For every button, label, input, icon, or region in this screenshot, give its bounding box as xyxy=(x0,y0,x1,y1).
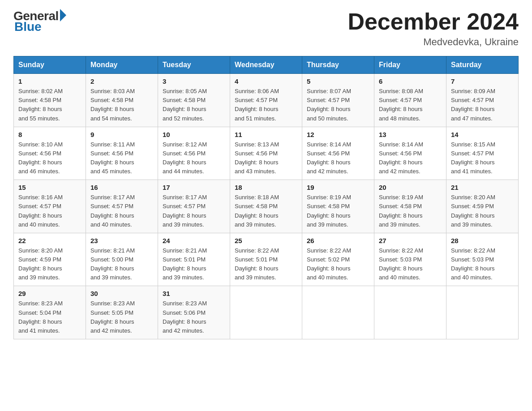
calendar-cell: 19 Sunrise: 8:19 AMSunset: 4:58 PMDaylig… xyxy=(302,180,374,233)
calendar-cell: 31 Sunrise: 8:23 AMSunset: 5:06 PMDaylig… xyxy=(158,286,230,339)
day-number: 21 xyxy=(451,184,514,191)
calendar-cell: 13 Sunrise: 8:14 AMSunset: 4:56 PMDaylig… xyxy=(374,127,446,180)
logo: General Blue xyxy=(13,9,66,34)
day-number: 27 xyxy=(379,237,442,244)
calendar-cell: 17 Sunrise: 8:17 AMSunset: 4:57 PMDaylig… xyxy=(158,180,230,233)
calendar-cell: 29 Sunrise: 8:23 AMSunset: 5:04 PMDaylig… xyxy=(14,286,86,339)
day-info: Sunrise: 8:17 AMSunset: 4:57 PMDaylight:… xyxy=(90,194,135,227)
calendar-cell: 5 Sunrise: 8:07 AMSunset: 4:57 PMDayligh… xyxy=(302,74,374,127)
day-info: Sunrise: 8:22 AMSunset: 5:03 PMDaylight:… xyxy=(379,247,423,281)
page-header: General Blue December 2024 Medvedevka, U… xyxy=(13,9,519,48)
day-number: 30 xyxy=(90,290,153,297)
day-info: Sunrise: 8:23 AMSunset: 5:05 PMDaylight:… xyxy=(90,300,135,334)
day-info: Sunrise: 8:09 AMSunset: 4:57 PMDaylight:… xyxy=(451,88,495,121)
day-info: Sunrise: 8:19 AMSunset: 4:58 PMDaylight:… xyxy=(379,194,423,227)
calendar-cell: 7 Sunrise: 8:09 AMSunset: 4:57 PMDayligh… xyxy=(446,74,519,127)
month-title: December 2024 xyxy=(348,9,519,34)
day-number: 29 xyxy=(18,290,81,297)
calendar-cell: 1 Sunrise: 8:02 AMSunset: 4:58 PMDayligh… xyxy=(14,74,86,127)
day-info: Sunrise: 8:10 AMSunset: 4:56 PMDaylight:… xyxy=(18,141,63,175)
day-info: Sunrise: 8:22 AMSunset: 5:03 PMDaylight:… xyxy=(451,247,495,281)
calendar-table: SundayMondayTuesdayWednesdayThursdayFrid… xyxy=(13,56,519,339)
day-info: Sunrise: 8:14 AMSunset: 4:56 PMDaylight:… xyxy=(307,141,351,175)
day-info: Sunrise: 8:13 AMSunset: 4:56 PMDaylight:… xyxy=(235,141,279,175)
calendar-cell: 23 Sunrise: 8:21 AMSunset: 5:00 PMDaylig… xyxy=(86,233,158,286)
calendar-cell: 16 Sunrise: 8:17 AMSunset: 4:57 PMDaylig… xyxy=(86,180,158,233)
day-number: 26 xyxy=(307,237,369,244)
day-number: 31 xyxy=(163,290,225,297)
day-number: 8 xyxy=(18,131,81,138)
day-number: 17 xyxy=(163,184,225,191)
day-number: 16 xyxy=(90,184,153,191)
calendar-cell: 11 Sunrise: 8:13 AMSunset: 4:56 PMDaylig… xyxy=(230,127,302,180)
calendar-cell: 28 Sunrise: 8:22 AMSunset: 5:03 PMDaylig… xyxy=(446,233,519,286)
day-info: Sunrise: 8:03 AMSunset: 4:58 PMDaylight:… xyxy=(90,88,135,121)
day-info: Sunrise: 8:06 AMSunset: 4:57 PMDaylight:… xyxy=(235,88,279,121)
calendar-cell: 30 Sunrise: 8:23 AMSunset: 5:05 PMDaylig… xyxy=(86,286,158,339)
day-info: Sunrise: 8:17 AMSunset: 4:57 PMDaylight:… xyxy=(163,194,207,227)
day-info: Sunrise: 8:16 AMSunset: 4:57 PMDaylight:… xyxy=(18,194,63,227)
day-number: 20 xyxy=(379,184,442,191)
calendar-week-row: 22 Sunrise: 8:20 AMSunset: 4:59 PMDaylig… xyxy=(14,233,519,286)
day-number: 1 xyxy=(18,77,81,85)
calendar-cell: 6 Sunrise: 8:08 AMSunset: 4:57 PMDayligh… xyxy=(374,74,446,127)
header-cell-sunday: Sunday xyxy=(14,56,86,74)
day-number: 19 xyxy=(307,184,369,191)
calendar-cell: 21 Sunrise: 8:20 AMSunset: 4:59 PMDaylig… xyxy=(446,180,519,233)
calendar-cell: 27 Sunrise: 8:22 AMSunset: 5:03 PMDaylig… xyxy=(374,233,446,286)
calendar-cell: 25 Sunrise: 8:22 AMSunset: 5:01 PMDaylig… xyxy=(230,233,302,286)
day-info: Sunrise: 8:08 AMSunset: 4:57 PMDaylight:… xyxy=(379,88,423,121)
day-number: 6 xyxy=(379,77,442,85)
day-info: Sunrise: 8:23 AMSunset: 5:06 PMDaylight:… xyxy=(163,300,207,334)
day-info: Sunrise: 8:07 AMSunset: 4:57 PMDaylight:… xyxy=(307,88,351,121)
day-number: 5 xyxy=(307,77,369,85)
calendar-cell: 15 Sunrise: 8:16 AMSunset: 4:57 PMDaylig… xyxy=(14,180,86,233)
title-block: December 2024 Medvedevka, Ukraine xyxy=(348,9,519,48)
calendar-cell xyxy=(446,286,519,339)
day-number: 28 xyxy=(451,237,514,244)
day-info: Sunrise: 8:20 AMSunset: 4:59 PMDaylight:… xyxy=(18,247,63,281)
calendar-cell: 14 Sunrise: 8:15 AMSunset: 4:57 PMDaylig… xyxy=(446,127,519,180)
day-info: Sunrise: 8:11 AMSunset: 4:56 PMDaylight:… xyxy=(90,141,135,175)
day-number: 3 xyxy=(163,77,225,85)
day-info: Sunrise: 8:21 AMSunset: 5:01 PMDaylight:… xyxy=(163,247,207,281)
calendar-week-row: 29 Sunrise: 8:23 AMSunset: 5:04 PMDaylig… xyxy=(14,286,519,339)
calendar-week-row: 15 Sunrise: 8:16 AMSunset: 4:57 PMDaylig… xyxy=(14,180,519,233)
calendar-week-row: 8 Sunrise: 8:10 AMSunset: 4:56 PMDayligh… xyxy=(14,127,519,180)
day-number: 9 xyxy=(90,131,153,138)
day-info: Sunrise: 8:20 AMSunset: 4:59 PMDaylight:… xyxy=(451,194,495,227)
calendar-cell: 9 Sunrise: 8:11 AMSunset: 4:56 PMDayligh… xyxy=(86,127,158,180)
header-cell-saturday: Saturday xyxy=(446,56,519,74)
calendar-cell: 12 Sunrise: 8:14 AMSunset: 4:56 PMDaylig… xyxy=(302,127,374,180)
header-row: SundayMondayTuesdayWednesdayThursdayFrid… xyxy=(14,56,519,74)
day-number: 15 xyxy=(18,184,81,191)
calendar-cell: 24 Sunrise: 8:21 AMSunset: 5:01 PMDaylig… xyxy=(158,233,230,286)
calendar-cell xyxy=(230,286,302,339)
day-number: 24 xyxy=(163,237,225,244)
calendar-cell: 8 Sunrise: 8:10 AMSunset: 4:56 PMDayligh… xyxy=(14,127,86,180)
day-number: 13 xyxy=(379,131,442,138)
day-info: Sunrise: 8:19 AMSunset: 4:58 PMDaylight:… xyxy=(307,194,351,227)
day-number: 2 xyxy=(90,77,153,85)
header-cell-friday: Friday xyxy=(374,56,446,74)
day-info: Sunrise: 8:15 AMSunset: 4:57 PMDaylight:… xyxy=(451,141,495,175)
day-info: Sunrise: 8:23 AMSunset: 5:04 PMDaylight:… xyxy=(18,300,63,334)
day-info: Sunrise: 8:12 AMSunset: 4:56 PMDaylight:… xyxy=(163,141,207,175)
logo-blue-text: Blue xyxy=(14,20,42,34)
day-info: Sunrise: 8:14 AMSunset: 4:56 PMDaylight:… xyxy=(379,141,423,175)
day-number: 7 xyxy=(451,77,514,85)
day-number: 22 xyxy=(18,237,81,244)
header-cell-thursday: Thursday xyxy=(302,56,374,74)
header-cell-tuesday: Tuesday xyxy=(158,56,230,74)
calendar-week-row: 1 Sunrise: 8:02 AMSunset: 4:58 PMDayligh… xyxy=(14,74,519,127)
day-number: 23 xyxy=(90,237,153,244)
location-subtitle: Medvedevka, Ukraine xyxy=(348,36,519,48)
day-number: 11 xyxy=(235,131,297,138)
day-info: Sunrise: 8:05 AMSunset: 4:58 PMDaylight:… xyxy=(163,88,207,121)
day-info: Sunrise: 8:18 AMSunset: 4:58 PMDaylight:… xyxy=(235,194,279,227)
calendar-header: SundayMondayTuesdayWednesdayThursdayFrid… xyxy=(14,56,519,74)
calendar-cell: 18 Sunrise: 8:18 AMSunset: 4:58 PMDaylig… xyxy=(230,180,302,233)
day-number: 10 xyxy=(163,131,225,138)
day-number: 18 xyxy=(235,184,297,191)
calendar-cell: 10 Sunrise: 8:12 AMSunset: 4:56 PMDaylig… xyxy=(158,127,230,180)
